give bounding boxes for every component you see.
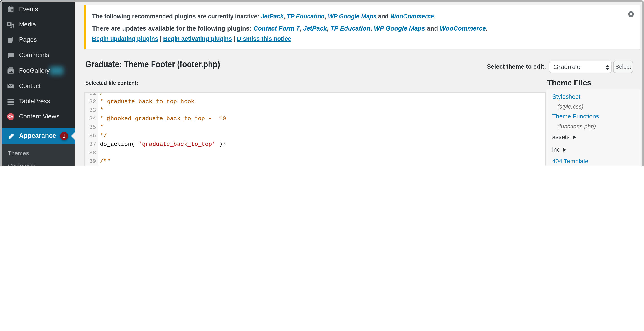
svg-text:CV: CV	[8, 114, 13, 119]
